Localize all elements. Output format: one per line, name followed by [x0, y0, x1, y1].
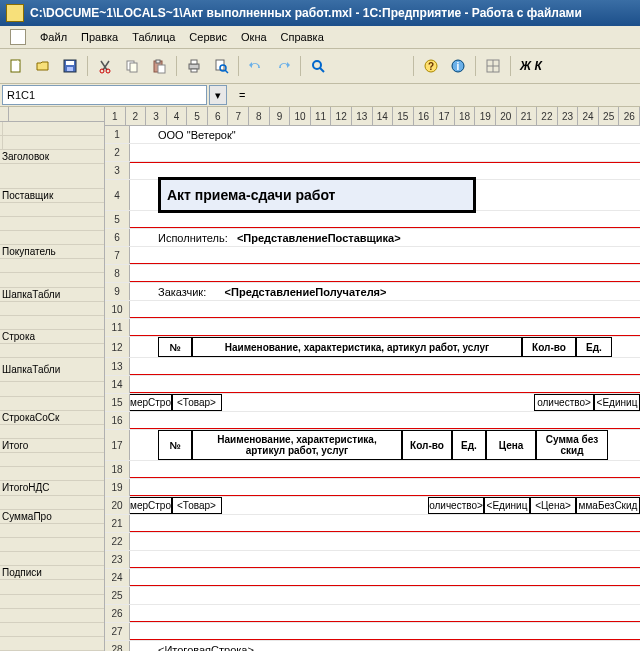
ch-23[interactable]: 23: [558, 107, 579, 125]
ch-15[interactable]: 15: [393, 107, 414, 125]
ch-20[interactable]: 20: [496, 107, 517, 125]
ch-24[interactable]: 24: [578, 107, 599, 125]
new-button[interactable]: [4, 54, 28, 78]
rh-25[interactable]: 25: [105, 587, 130, 604]
rh-2[interactable]: 2: [105, 144, 130, 161]
ch-19[interactable]: 19: [475, 107, 496, 125]
grid-icon[interactable]: [481, 54, 505, 78]
cell-ref-dropdown[interactable]: ▾: [209, 85, 227, 105]
copy-button[interactable]: [120, 54, 144, 78]
row1-num[interactable]: мерСтро: [130, 394, 172, 411]
preview-button[interactable]: [209, 54, 233, 78]
ch-11[interactable]: 11: [311, 107, 332, 125]
cell-org[interactable]: ООО "Ветерок": [130, 126, 640, 143]
rowname-4[interactable]: [0, 164, 104, 188]
rowname-1[interactable]: [0, 122, 104, 136]
customer-value[interactable]: <ПредставлениеПолучателя>: [225, 286, 387, 298]
rowname-20[interactable]: СтрокаСоСк: [0, 411, 104, 425]
rh-5[interactable]: 5: [105, 211, 130, 228]
ch-25[interactable]: 25: [599, 107, 620, 125]
row1-qty[interactable]: оличество>: [534, 394, 594, 411]
rh-1[interactable]: 1: [105, 126, 130, 143]
print-button[interactable]: [182, 54, 206, 78]
cell-ref-input[interactable]: R1C1: [2, 85, 207, 105]
rowname-24[interactable]: [0, 467, 104, 481]
rh-10[interactable]: 10: [105, 301, 130, 318]
rh-15[interactable]: 15: [105, 394, 130, 411]
rh-19[interactable]: 19: [105, 479, 130, 496]
rowname-31[interactable]: Подписи: [0, 566, 104, 580]
ch-12[interactable]: 12: [331, 107, 352, 125]
rh-7[interactable]: 7: [105, 247, 130, 264]
cut-button[interactable]: [93, 54, 117, 78]
rowname-33[interactable]: [0, 595, 104, 609]
col-headers[interactable]: 1 2 3 4 5 6 7 8 9 10 11 12 13 14 15 16 1…: [105, 107, 640, 126]
row2-qty[interactable]: оличество>: [428, 497, 484, 514]
rowname-30[interactable]: [0, 552, 104, 566]
ch-2[interactable]: 2: [126, 107, 147, 125]
rowname-15[interactable]: Строка: [0, 330, 104, 344]
row2-price[interactable]: <Цена>: [530, 497, 576, 514]
rowname-21[interactable]: [0, 425, 104, 439]
paste-button[interactable]: [147, 54, 171, 78]
menu-windows[interactable]: Окна: [235, 29, 273, 45]
open-button[interactable]: [31, 54, 55, 78]
ch-14[interactable]: 14: [373, 107, 394, 125]
rowname-32[interactable]: [0, 580, 104, 594]
rh-17[interactable]: 17: [105, 430, 130, 460]
ch-22[interactable]: 22: [537, 107, 558, 125]
rowname-17[interactable]: ШапкаТабли: [0, 358, 104, 382]
rh-16[interactable]: 16: [105, 412, 130, 429]
rh-24[interactable]: 24: [105, 569, 130, 586]
rowname-13[interactable]: [0, 302, 104, 316]
rowname-28[interactable]: [0, 524, 104, 538]
rowname-34[interactable]: [0, 609, 104, 623]
rowname-19[interactable]: [0, 397, 104, 411]
ch-9[interactable]: 9: [270, 107, 291, 125]
ch-16[interactable]: 16: [414, 107, 435, 125]
rowname-36[interactable]: [0, 637, 104, 651]
find-button[interactable]: [306, 54, 330, 78]
rowname-35[interactable]: [0, 623, 104, 637]
ch-5[interactable]: 5: [187, 107, 208, 125]
rowname-8[interactable]: [0, 231, 104, 245]
ch-6[interactable]: 6: [208, 107, 229, 125]
rowname-14[interactable]: [0, 316, 104, 330]
menu-file[interactable]: Файл: [34, 29, 73, 45]
ch-26[interactable]: 26: [619, 107, 640, 125]
save-button[interactable]: [58, 54, 82, 78]
rowname-7[interactable]: [0, 217, 104, 231]
rh-11[interactable]: 11: [105, 319, 130, 336]
rowname-3[interactable]: Заголовок: [0, 150, 104, 164]
rh-8[interactable]: 8: [105, 265, 130, 282]
ch-4[interactable]: 4: [167, 107, 188, 125]
rh-23[interactable]: 23: [105, 551, 130, 568]
spreadsheet[interactable]: Заголовок Поставщик Покупатель ШапкаТабл…: [0, 107, 640, 651]
rowname-27[interactable]: СуммаПро: [0, 510, 104, 524]
rowname-9[interactable]: Покупатель: [0, 245, 104, 259]
rh-4[interactable]: 4: [105, 180, 130, 210]
grid-body[interactable]: 1ООО "Ветерок" 2 3 4Акт приема-сдачи раб…: [105, 126, 640, 651]
ch-13[interactable]: 13: [352, 107, 373, 125]
rowname-11[interactable]: [0, 273, 104, 287]
itog-line[interactable]: <ИтоговаяСтрока>: [130, 641, 640, 651]
rowname-29[interactable]: [0, 538, 104, 552]
rowname-23[interactable]: [0, 453, 104, 467]
menu-help[interactable]: Справка: [275, 29, 330, 45]
menu-edit[interactable]: Правка: [75, 29, 124, 45]
rh-20[interactable]: 20: [105, 497, 130, 514]
rowname-2[interactable]: [0, 136, 104, 150]
redo-button[interactable]: [271, 54, 295, 78]
info-button[interactable]: i: [446, 54, 470, 78]
ch-21[interactable]: 21: [517, 107, 538, 125]
rh-13[interactable]: 13: [105, 358, 130, 375]
menu-icon-1[interactable]: [4, 27, 32, 47]
menu-service[interactable]: Сервис: [183, 29, 233, 45]
row1-unit[interactable]: <Единиц: [594, 394, 640, 411]
ch-18[interactable]: 18: [455, 107, 476, 125]
row2-sum[interactable]: ммаБезСкид: [576, 497, 640, 514]
ch-7[interactable]: 7: [228, 107, 249, 125]
rh-9[interactable]: 9: [105, 283, 130, 300]
rh-27[interactable]: 27: [105, 623, 130, 640]
ch-10[interactable]: 10: [290, 107, 311, 125]
